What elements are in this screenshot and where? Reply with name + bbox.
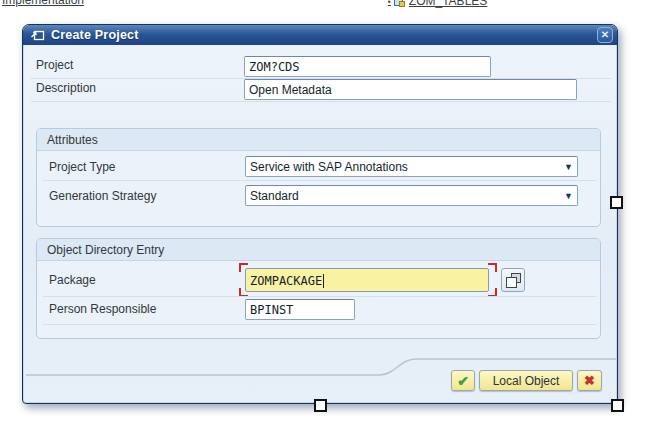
background-tree-item-zom-tables: ▪ ZOM_TABLES xyxy=(388,0,487,8)
person-responsible-input[interactable] xyxy=(245,299,355,320)
generation-strategy-label: Generation Strategy xyxy=(49,189,156,203)
package-input[interactable]: ZOMPACKAGE xyxy=(245,268,489,292)
attributes-group-title: Attributes xyxy=(47,133,98,147)
resize-handle-right[interactable] xyxy=(610,196,623,209)
group-row-divider xyxy=(43,324,596,325)
value-help-button[interactable] xyxy=(501,268,525,292)
tree-item-label: ZOM_TABLES xyxy=(409,0,487,8)
group-row-divider xyxy=(43,296,596,297)
dialog-titlebar[interactable]: Create Project xyxy=(23,25,617,45)
chevron-down-icon: ▼ xyxy=(558,162,573,172)
project-label: Project xyxy=(36,58,73,72)
text-cursor xyxy=(323,274,324,288)
cross-icon: ✖ xyxy=(584,373,595,388)
generation-strategy-select[interactable]: Standard ▼ xyxy=(245,185,578,206)
local-object-label: Local Object xyxy=(493,374,560,388)
description-label: Description xyxy=(36,81,96,95)
resize-handle-bottom[interactable] xyxy=(314,399,327,412)
attributes-group: Attributes Project Type Service with SAP… xyxy=(36,128,601,227)
project-type-select[interactable]: Service with SAP Annotations ▼ xyxy=(245,156,578,177)
description-input[interactable] xyxy=(244,79,577,100)
cancel-button[interactable]: ✖ xyxy=(577,370,602,391)
check-icon: ✔ xyxy=(457,373,469,389)
dialog-title: Create Project xyxy=(51,28,139,42)
create-project-dialog: Create Project ✕ Project Description Att… xyxy=(22,24,618,404)
project-input[interactable] xyxy=(244,56,491,77)
background-tree-item-implementation: Implementation xyxy=(2,0,84,7)
chevron-down-icon: ▼ xyxy=(558,191,573,201)
screen: { "background": { "left_item": "Implemen… xyxy=(0,0,654,426)
project-type-label: Project Type xyxy=(49,160,115,174)
object-directory-group: Object Directory Entry Package ZOMPACKAG… xyxy=(36,238,601,339)
local-object-button[interactable]: Local Object xyxy=(479,370,573,391)
dialog-window-icon xyxy=(30,28,45,42)
object-directory-group-title: Object Directory Entry xyxy=(47,243,164,257)
person-responsible-label: Person Responsible xyxy=(49,302,156,316)
close-button[interactable]: ✕ xyxy=(597,27,613,43)
confirm-button[interactable]: ✔ xyxy=(451,370,475,391)
project-type-value: Service with SAP Annotations xyxy=(250,160,408,174)
group-row-divider xyxy=(43,180,596,181)
package-value: ZOMPACKAGE xyxy=(250,274,322,288)
package-label: Package xyxy=(49,273,96,287)
generation-strategy-value: Standard xyxy=(250,189,299,203)
tree-bullet-icon: ▪ xyxy=(388,0,391,6)
resize-handle-bottom-right[interactable] xyxy=(611,399,624,412)
close-icon: ✕ xyxy=(601,30,609,40)
row-divider xyxy=(31,101,611,102)
attributes-group-header xyxy=(37,129,600,151)
table-object-icon xyxy=(394,0,406,7)
